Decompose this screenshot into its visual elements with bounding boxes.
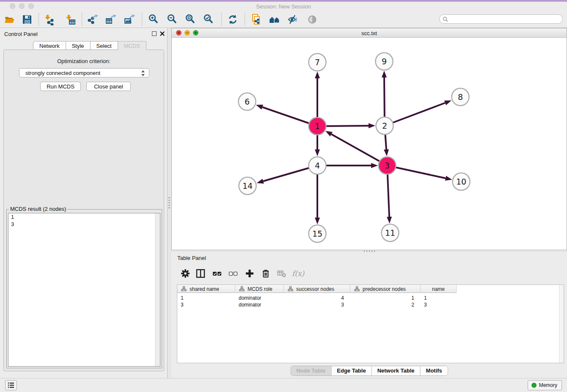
- delete-columns-icon[interactable]: [261, 268, 271, 279]
- svg-text:f(x): f(x): [292, 269, 305, 278]
- run-mcds-button[interactable]: Run MCDS: [40, 82, 81, 91]
- first-neighbors-icon[interactable]: [269, 14, 281, 25]
- zoom-fit-icon[interactable]: [184, 14, 196, 25]
- search-input[interactable]: [439, 14, 563, 24]
- close-panel-icon[interactable]: [160, 30, 165, 36]
- table-row[interactable]: 1 dominator 4 1 1: [177, 295, 457, 301]
- column-header-shared-name[interactable]: shared name: [177, 285, 235, 293]
- zoom-out-icon[interactable]: [166, 14, 178, 25]
- application-window: Session: New Session: [0, 0, 567, 392]
- cell-predecessor-nodes: 1: [350, 295, 421, 301]
- node-label: 15: [312, 229, 322, 238]
- mcds-result-list[interactable]: 1 3: [8, 213, 160, 367]
- cell-shared-name: 3: [177, 301, 235, 308]
- tab-node-table[interactable]: Node Table: [291, 366, 331, 375]
- tab-network-table[interactable]: Network Table: [372, 366, 420, 375]
- select-stepper-icon: [141, 70, 145, 76]
- open-file-icon[interactable]: [4, 14, 16, 25]
- tab-select[interactable]: Select: [91, 41, 118, 50]
- float-panel-icon[interactable]: [152, 31, 157, 36]
- table-panel-title: Table Panel: [177, 255, 206, 261]
- tab-style[interactable]: Style: [66, 41, 91, 50]
- vertical-splitter[interactable]: [168, 28, 171, 378]
- cell-successor-nodes: 3: [284, 301, 350, 308]
- zoom-selected-icon[interactable]: [203, 14, 215, 25]
- network-window-title-bar: scc.txt: [172, 28, 567, 38]
- create-column-icon[interactable]: [245, 268, 255, 279]
- task-history-button[interactable]: [5, 380, 17, 390]
- node-label: 10: [456, 177, 466, 186]
- hide-selected-icon[interactable]: [287, 14, 299, 25]
- control-panel-title: Control Panel: [4, 31, 38, 37]
- main-toolbar: [0, 11, 567, 28]
- mcds-result-scrollbar[interactable]: [155, 213, 160, 366]
- node-table: shared name MCDS role successor nodes pr…: [177, 284, 564, 363]
- tab-network[interactable]: Network: [33, 41, 66, 50]
- column-header-name[interactable]: name: [421, 285, 457, 293]
- show-graphics-details-icon[interactable]: [306, 14, 318, 25]
- memory-status-icon: [531, 383, 537, 388]
- function-builder-icon: f(x): [291, 268, 301, 279]
- column-header-predecessor-nodes[interactable]: predecessor nodes: [350, 285, 421, 293]
- export-table-icon[interactable]: [105, 14, 117, 25]
- clone-network-icon[interactable]: [250, 14, 262, 25]
- mcds-result-title: MCDS result (2 nodes): [9, 206, 67, 212]
- tab-edge-table[interactable]: Edge Table: [331, 366, 371, 375]
- tab-mcds[interactable]: MCDS: [118, 41, 146, 50]
- status-bar: Memory: [0, 378, 567, 392]
- cell-successor-nodes: 4: [284, 295, 350, 301]
- export-network-icon[interactable]: [87, 14, 99, 25]
- edge-3-1[interactable]: [331, 134, 387, 166]
- table-row[interactable]: 3 dominator 3 2 3: [177, 301, 457, 308]
- node-label: 9: [382, 57, 387, 66]
- window-title: Session: New Session: [0, 3, 567, 10]
- tab-motifs[interactable]: Motifs: [420, 366, 448, 375]
- toolbar-separator: [39, 13, 39, 26]
- zoom-in-icon[interactable]: [148, 14, 160, 25]
- control-panel: Control Panel Network Style Select MCDS …: [0, 28, 168, 378]
- cell-mcds-role: dominator: [235, 295, 284, 301]
- node-label: 4: [315, 161, 320, 170]
- toolbar-separator: [82, 13, 82, 26]
- network-title: scc.txt: [172, 30, 567, 36]
- save-session-icon[interactable]: [21, 14, 33, 25]
- select-all-columns-icon[interactable]: [212, 268, 222, 279]
- cell-name: 3: [421, 301, 457, 308]
- edge-2-8[interactable]: [385, 103, 445, 126]
- table-options-icon[interactable]: [180, 268, 190, 279]
- column-header-mcds-role[interactable]: MCDS role: [235, 285, 284, 293]
- criterion-select[interactable]: strongly connected component: [19, 68, 149, 77]
- apply-layout-icon[interactable]: [227, 14, 239, 25]
- node-label: 8: [458, 92, 463, 102]
- export-image-icon[interactable]: [124, 14, 135, 25]
- column-label: predecessor nodes: [363, 286, 406, 292]
- splitter-grip: [364, 251, 375, 252]
- import-network-icon[interactable]: [43, 14, 55, 25]
- network-canvas[interactable]: 1 2 3 4 6 7 8 9 10 11 14 15: [172, 38, 567, 250]
- node-label: 7: [315, 58, 320, 67]
- control-panel-tabs: Network Style Select MCDS: [33, 41, 146, 50]
- splitter-grip: [168, 197, 170, 208]
- node-label: 6: [245, 97, 250, 106]
- column-namespace-icon: [239, 286, 245, 292]
- mcds-result-line: 3: [8, 221, 160, 228]
- column-header-successor-nodes[interactable]: successor nodes: [284, 285, 350, 293]
- memory-button[interactable]: Memory: [528, 380, 562, 390]
- toggle-panel-icon[interactable]: [195, 268, 206, 279]
- criterion-value: strongly connected component: [25, 70, 100, 76]
- node-label: 2: [382, 121, 387, 130]
- table-panel: Table Panel f(x): [171, 252, 567, 378]
- mcds-result-line: 1: [8, 213, 160, 221]
- node-label: 3: [385, 161, 390, 170]
- cell-shared-name: 1: [177, 295, 235, 301]
- unselect-all-columns-icon[interactable]: [228, 268, 238, 279]
- import-table-icon[interactable]: [64, 14, 76, 25]
- column-label: name: [432, 286, 445, 292]
- node-label: 1: [315, 121, 320, 131]
- table-scrollbar[interactable]: [559, 285, 564, 363]
- cell-mcds-role: dominator: [235, 301, 284, 308]
- task-list-icon: [6, 381, 17, 390]
- close-panel-button[interactable]: Close panel: [86, 82, 131, 91]
- delete-table-icon: [277, 268, 287, 279]
- column-label: MCDS role: [248, 286, 272, 292]
